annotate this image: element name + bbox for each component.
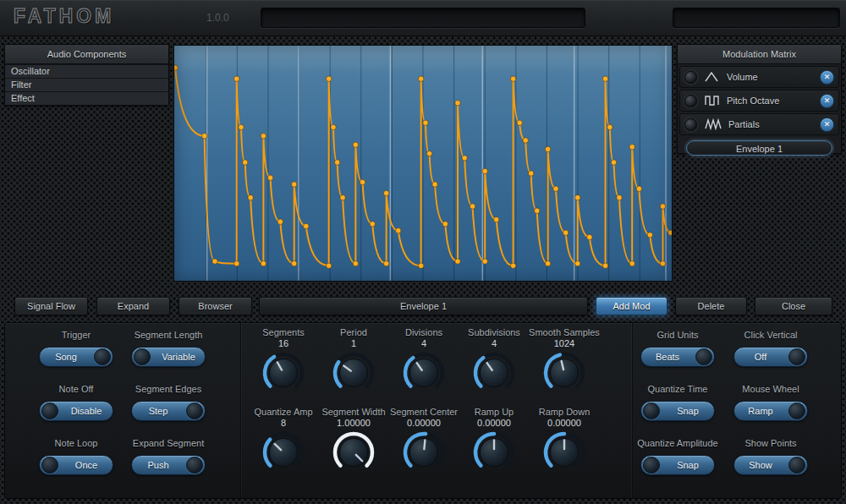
quantize-amp-control: Quantize Amp 8 [245,407,321,474]
segments-knob[interactable] [261,351,305,395]
smooth-samples-control: Smooth Samples 1024 [526,327,602,395]
mod-enable-button[interactable] [684,95,697,107]
mod-row-pitch-octave[interactable]: Pitch Octave ✕ [679,90,839,112]
knob-value: 4 [386,338,462,349]
note-loop-toggle[interactable]: Once [39,455,113,475]
show-points-toggle[interactable]: Show [733,455,808,475]
knob-label: Segment Width [316,407,392,418]
subdivisions-control: Subdivisions 4 [456,327,532,395]
ramp-down-control: Ramp Down 0.00000 [526,407,602,474]
control-label: Segment Length [113,330,223,341]
toggle-value: Step [132,406,184,416]
knob-value: 8 [245,418,321,429]
quantize-amplitude-toggle[interactable]: Snap [640,455,715,475]
segment-edges-control: Segment Edges Step [113,384,223,421]
knob-label: Segments [245,327,321,338]
ramp-down-knob[interactable] [542,430,586,474]
envelope-canvas[interactable] [174,46,672,281]
knob-label: Subdivisions [456,327,532,338]
list-item-filter[interactable]: Filter [5,78,168,91]
quantize-time-toggle[interactable]: Snap [640,401,715,421]
audio-components-panel: Audio Components Oscillator Filter Effec… [4,44,169,106]
click-vertical-control: Click Vertical Off [716,330,826,367]
mod-row-volume[interactable]: Volume ✕ [679,66,839,88]
grid-units-toggle[interactable]: Beats [640,347,715,367]
toggle-knob [788,348,805,365]
preset-display-field[interactable] [261,8,585,28]
toggle-knob [41,457,58,474]
list-item-effect[interactable]: Effect [5,91,168,105]
subdivisions-knob[interactable] [472,351,516,395]
segment-center-knob[interactable] [402,430,446,474]
toggle-value: Variable [152,352,205,362]
toggle-knob [134,348,151,365]
control-label: Mouse Wheel [716,384,826,395]
signal-flow-button[interactable]: Signal Flow [14,297,88,315]
remove-volume-mod-button[interactable]: ✕ [820,70,834,85]
modulation-matrix-header: Modulation Matrix [678,45,841,64]
browser-button[interactable]: Browser [179,297,252,315]
toggle-value: Off [734,352,787,362]
knob-label: Divisions [386,327,462,338]
mod-enable-button[interactable] [684,71,697,84]
period-control: Period 1 [316,327,392,395]
mouse-wheel-toggle[interactable]: Ramp [733,401,808,421]
ramp-up-knob[interactable] [472,430,516,474]
segment-length-control: Segment Length Variable [113,330,223,367]
modulation-matrix-panel: Modulation Matrix Volume ✕ Pitch Octave … [677,44,842,154]
knob-label: Period [316,327,392,338]
knob-value: 0.00000 [386,418,462,429]
segment-width-control: Segment Width 1.00000 [316,407,392,474]
segment-length-toggle[interactable]: Variable [131,347,206,367]
knob-label: Smooth Samples [526,327,602,338]
control-label: Expand Segment [113,438,223,449]
square-wave-icon [705,95,720,107]
note-off-toggle[interactable]: Disable [39,401,113,421]
segments-control: Segments 16 [245,327,321,395]
mod-source-button[interactable]: Envelope 1 [686,140,832,156]
quantize-amp-knob[interactable] [261,430,305,474]
envelope-controls-panel: Trigger Song Segment Length Variable Not… [4,322,842,499]
triangle-wave-icon [705,71,720,83]
mod-row-partials[interactable]: Partials ✕ [679,113,839,135]
mod-enable-button[interactable] [684,118,697,131]
segment-edges-toggle[interactable]: Step [131,401,206,421]
remove-pitch-octave-mod-button[interactable]: ✕ [820,94,834,108]
mod-target-label: Partials [728,119,820,129]
remove-partials-mod-button[interactable]: ✕ [820,118,834,132]
toggle-value: Disable [60,406,113,416]
close-button[interactable]: Close [755,297,832,315]
add-mod-button[interactable]: Add Mod [596,297,667,315]
toggle-knob [788,403,805,419]
toggle-value: Ramp [734,406,787,416]
segment-width-knob[interactable] [332,430,376,474]
expand-segment-toggle[interactable]: Push [131,455,206,475]
control-label: Segment Edges [113,384,223,395]
divisions-knob[interactable] [402,351,446,395]
show-points-control: Show Points Show [716,438,826,475]
envelope-name-bar[interactable]: Envelope 1 [259,297,588,315]
delete-button[interactable]: Delete [675,297,747,315]
info-display-field[interactable] [673,8,840,28]
envelope-editor[interactable] [173,45,673,282]
toggle-knob [186,403,203,419]
segment-center-control: Segment Center 0.00000 [386,407,462,474]
toggle-value: Song [40,352,92,362]
click-vertical-toggle[interactable]: Off [733,347,808,367]
toggle-value: Snap [662,406,714,416]
knob-label: Ramp Down [526,407,602,418]
toggle-value: Push [132,460,184,470]
mod-target-label: Volume [727,72,820,82]
period-knob[interactable] [332,351,376,395]
list-item-oscillator[interactable]: Oscillator [5,64,168,78]
smooth-samples-knob[interactable] [542,351,586,395]
toggle-knob [695,348,712,365]
expand-button[interactable]: Expand [96,297,170,315]
title-bar: FATHOM 1.0.0 [0,0,846,36]
toggle-knob [643,403,660,419]
knob-value: 4 [456,338,532,349]
audio-components-header: Audio Components [5,45,168,64]
trigger-toggle[interactable]: Song [39,347,113,367]
knob-value: 0.00000 [526,418,602,429]
knob-value: 1.00000 [316,418,392,429]
